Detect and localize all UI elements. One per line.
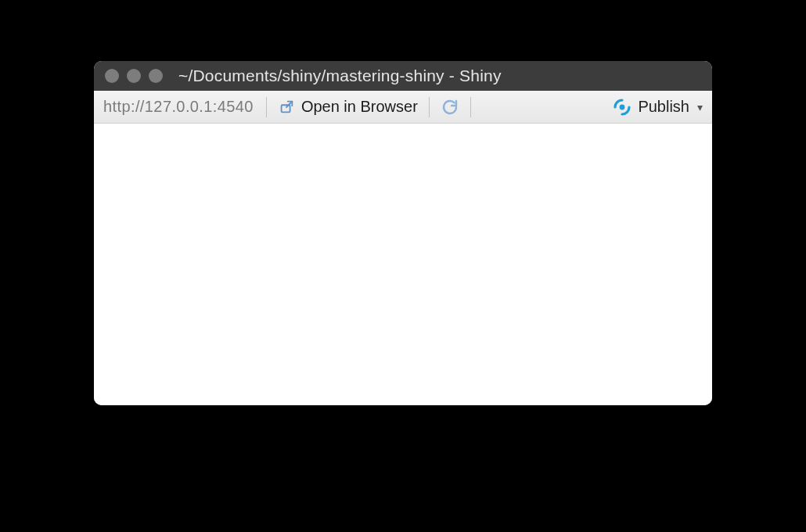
titlebar: ~/Documents/shiny/mastering-shiny - Shin… bbox=[94, 61, 712, 91]
app-content-area bbox=[94, 124, 712, 405]
publish-button[interactable]: Publish ▾ bbox=[613, 98, 703, 117]
svg-point-1 bbox=[620, 104, 625, 110]
close-window-button[interactable] bbox=[105, 69, 119, 83]
open-in-browser-label: Open in Browser bbox=[301, 98, 418, 116]
app-window: ~/Documents/shiny/mastering-shiny - Shin… bbox=[94, 61, 712, 405]
open-in-browser-button[interactable]: Open in Browser bbox=[275, 96, 421, 117]
refresh-icon bbox=[441, 98, 459, 117]
minimize-window-button[interactable] bbox=[127, 69, 141, 83]
popout-icon bbox=[278, 99, 295, 116]
zoom-window-button[interactable] bbox=[149, 69, 163, 83]
publish-icon bbox=[613, 98, 631, 117]
reload-button[interactable] bbox=[437, 96, 462, 118]
toolbar-divider bbox=[429, 97, 430, 117]
toolbar-divider bbox=[470, 97, 471, 117]
toolbar: http://127.0.0.1:4540 Open in Browser bbox=[94, 91, 712, 124]
window-controls bbox=[105, 69, 163, 83]
publish-label: Publish bbox=[638, 98, 689, 116]
window-title: ~/Documents/shiny/mastering-shiny - Shin… bbox=[178, 66, 502, 85]
toolbar-divider bbox=[266, 97, 267, 117]
chevron-down-icon: ▾ bbox=[697, 101, 703, 113]
svg-rect-0 bbox=[281, 105, 290, 112]
url-field[interactable]: http://127.0.0.1:4540 bbox=[103, 98, 258, 116]
